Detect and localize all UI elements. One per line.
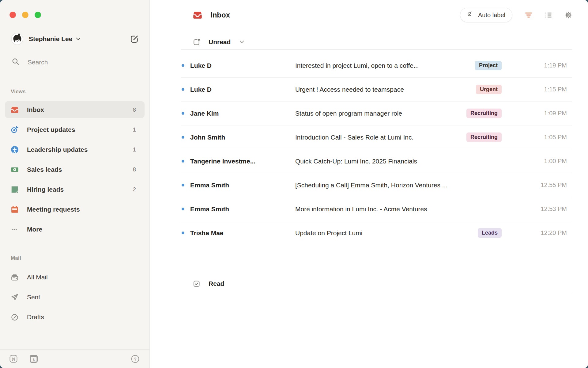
email-sender: John Smith: [190, 134, 295, 141]
email-list: Luke D Interested in project Lumi, open …: [181, 54, 572, 245]
auto-label-button[interactable]: Auto label: [460, 8, 512, 22]
email-time: 12:55 PM: [521, 182, 567, 189]
email-sender: Trisha Mae: [190, 229, 295, 237]
inbox-tray-icon: [11, 106, 19, 114]
email-time: 1:05 PM: [521, 134, 567, 141]
sidebar: Stephanie Lee Search Views: [0, 0, 150, 368]
email-time: 12:53 PM: [521, 205, 567, 213]
calendar-icon: [11, 205, 19, 213]
main-header: Inbox Auto label: [181, 0, 572, 30]
sidebar-item-label: More: [27, 226, 42, 233]
mail-section-header: Mail: [0, 255, 149, 261]
person-circle-icon: [11, 146, 19, 154]
email-row[interactable]: Trisha Mae Update on Project Lumi Leads …: [181, 221, 572, 245]
unread-group-header[interactable]: Unread: [181, 30, 572, 50]
banknote-icon: [11, 166, 19, 174]
email-subject: [Scheduling a Call] Emma Smith, Horizon …: [295, 182, 521, 189]
sidebar-item-count: 2: [133, 186, 136, 193]
sidebar-item-inbox[interactable]: Inbox 8: [5, 100, 145, 120]
unread-dot: [181, 232, 190, 234]
email-subject: More information in Lumi Inc. - Acme Ven…: [295, 205, 521, 213]
sidebar-item-all-mail[interactable]: All Mail: [5, 267, 145, 287]
read-checkbox-icon: [193, 280, 200, 287]
email-row[interactable]: Tangerine Investme... Quick Catch-Up: Lu…: [181, 149, 572, 173]
sidebar-item-label: Drafts: [27, 313, 44, 321]
sidebar-item-meeting-requests[interactable]: Meeting requests: [5, 199, 145, 219]
email-time: 1:15 PM: [521, 86, 567, 93]
minimize-button[interactable]: [22, 12, 28, 18]
gear-icon[interactable]: [565, 11, 572, 19]
calendar-app-icon[interactable]: 6: [30, 355, 38, 363]
read-group-title: Read: [209, 280, 224, 287]
sidebar-item-drafts[interactable]: Drafts: [5, 307, 145, 327]
target-icon: [11, 126, 19, 134]
email-subject: Interested in project Lumi, open to a co…: [295, 62, 469, 69]
notion-app-icon[interactable]: N: [9, 355, 17, 363]
sticky-note-icon: [11, 186, 19, 194]
views-section-header: Views: [0, 89, 149, 95]
close-button[interactable]: [9, 12, 16, 18]
email-subject: Update on Project Lumi: [295, 229, 472, 237]
filter-icon[interactable]: [525, 11, 532, 19]
account-name: Stephanie Lee: [29, 35, 72, 43]
unread-dot: [181, 160, 190, 163]
sidebar-item-label: Inbox: [27, 106, 44, 113]
auto-label-squiggle-icon: [467, 11, 474, 20]
email-row[interactable]: Luke D Urgent ! Access needed to teamspa…: [181, 78, 572, 102]
calendar-badge-number: 6: [33, 358, 35, 362]
app-window: Stephanie Lee Search Views: [0, 0, 588, 368]
email-row[interactable]: Luke D Interested in project Lumi, open …: [181, 54, 572, 78]
sidebar-item-label: Project updates: [27, 126, 75, 133]
email-subject: Status of open program manager role: [295, 110, 460, 117]
sidebar-footer: N 6 ?: [0, 349, 149, 368]
sidebar-item-hiring-leads[interactable]: Hiring leads 2: [5, 179, 145, 199]
list-view-icon[interactable]: [545, 11, 552, 19]
sidebar-item-label: Hiring leads: [27, 186, 64, 193]
unread-dot: [181, 184, 190, 186]
ellipsis-icon: [11, 225, 19, 233]
mail-nav: All Mail Sent: [0, 267, 149, 327]
help-icon[interactable]: ?: [131, 355, 139, 363]
notion-badge-letter: N: [12, 357, 15, 362]
unread-dot: [181, 112, 190, 115]
search-input[interactable]: Search: [0, 56, 149, 68]
mail-stack-icon: [11, 273, 19, 281]
unread-dot: [181, 136, 190, 139]
draft-pencil-icon: [11, 313, 19, 321]
email-row[interactable]: John Smith Introduction Call - Sales Rol…: [181, 125, 572, 149]
email-time: 1:09 PM: [521, 110, 567, 117]
sidebar-item-leadership-updates[interactable]: Leadership updates 1: [5, 140, 145, 159]
zoom-button[interactable]: [35, 12, 41, 18]
email-tag: Leads: [478, 228, 502, 238]
email-subject: Quick Catch-Up: Lumi Inc. 2025 Financial…: [295, 158, 521, 165]
email-tag: Urgent: [476, 85, 502, 94]
sidebar-item-sales-leads[interactable]: Sales leads 8: [5, 159, 145, 179]
sidebar-item-count: 8: [133, 166, 136, 173]
compose-icon[interactable]: [130, 34, 139, 44]
sidebar-item-count: 8: [133, 106, 136, 113]
email-tag: Recruiting: [466, 109, 502, 118]
sidebar-item-label: Meeting requests: [27, 206, 80, 213]
email-tag: Project: [475, 61, 502, 70]
sidebar-item-label: All Mail: [27, 274, 48, 281]
sidebar-item-more[interactable]: More: [5, 219, 145, 239]
main-panel: Inbox Auto label: [150, 0, 588, 368]
sidebar-item-label: Leadership updates: [27, 146, 88, 153]
paper-plane-icon: [11, 293, 19, 301]
search-icon: [12, 58, 20, 67]
sidebar-item-sent[interactable]: Sent: [5, 287, 145, 307]
email-sender: Luke D: [190, 86, 295, 93]
email-subject: Urgent ! Access needed to teamspace: [295, 86, 470, 93]
sidebar-item-project-updates[interactable]: Project updates 1: [5, 120, 145, 140]
email-row[interactable]: Jane Kim Status of open program manager …: [181, 102, 572, 125]
read-group-header[interactable]: Read: [181, 274, 572, 293]
account-switcher[interactable]: Stephanie Lee: [0, 32, 149, 46]
chevron-down-icon: [76, 37, 81, 40]
help-glyph: ?: [134, 356, 137, 361]
unread-group-title: Unread: [209, 38, 231, 46]
chevron-down-icon: [240, 40, 244, 43]
sidebar-item-label: Sent: [27, 293, 40, 301]
email-row[interactable]: Emma Smith More information in Lumi Inc.…: [181, 197, 572, 221]
email-sender: Emma Smith: [190, 205, 295, 213]
email-row[interactable]: Emma Smith [Scheduling a Call] Emma Smit…: [181, 173, 572, 197]
